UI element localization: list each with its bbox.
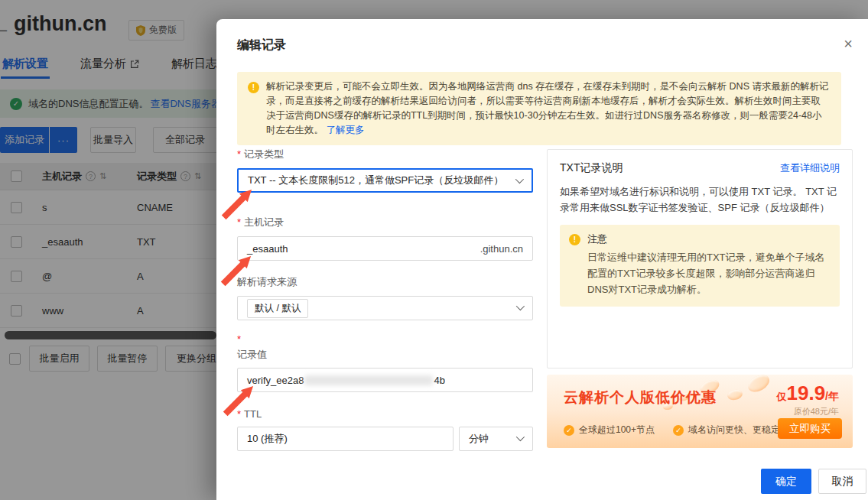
ttl-unit-select[interactable]: 分钟 bbox=[459, 427, 533, 451]
price-unit: /年 bbox=[825, 390, 839, 402]
annotation-arrow bbox=[219, 385, 255, 420]
host-record-input[interactable]: _esaauth .githun.cn bbox=[237, 236, 533, 261]
edit-record-modal: 编辑记录 × ! 解析记录变更后，可能不会立即生效。因为各地网络运营商 dns … bbox=[216, 19, 868, 500]
price-prefix: 仅 bbox=[777, 391, 787, 402]
chevron-down-icon bbox=[516, 433, 525, 441]
promo-banner[interactable]: 云解析个人版低价优惠 仅19.9/年 原价48元/年 ✓ 全球超过100+节点 … bbox=[547, 375, 853, 448]
check-circle-icon: ✓ bbox=[564, 425, 574, 436]
close-icon[interactable]: × bbox=[844, 36, 853, 51]
domain-suffix: .githun.cn bbox=[480, 243, 523, 255]
record-value-label: 记录值 bbox=[237, 349, 267, 360]
ttl-input[interactable]: 10 (推荐) bbox=[237, 427, 454, 451]
promo-feature: ✓ 全球超过100+节点 bbox=[564, 424, 655, 437]
annotation-arrow bbox=[218, 188, 253, 223]
price-amount: 19.9 bbox=[787, 381, 826, 404]
help-panel-title: TXT记录说明 bbox=[560, 161, 623, 175]
record-type-label: 记录类型 bbox=[244, 148, 284, 160]
coin-decoration bbox=[745, 375, 772, 395]
field-record-value: * 记录值 verify_ee2a8 4b bbox=[237, 333, 533, 392]
record-value-input[interactable]: verify_ee2a8 4b bbox=[237, 368, 533, 392]
screen: ← githun.cn 免费版 解析设置 流量分析 解析日志 ✓ 域名的DNS信… bbox=[0, 0, 868, 500]
record-type-select[interactable]: TXT -- 文本长度限制512，通常做SPF记录（反垃圾邮件） bbox=[237, 168, 533, 193]
cancel-button[interactable]: 取消 bbox=[818, 469, 866, 494]
check-circle-icon: ✓ bbox=[673, 425, 684, 436]
field-ttl: *TTL 10 (推荐) 分钟 bbox=[237, 408, 533, 454]
warning-icon: ! bbox=[569, 234, 580, 245]
host-record-value: _esaauth bbox=[247, 243, 288, 255]
promo-price: 仅19.9/年 bbox=[777, 381, 840, 405]
required-mark: * bbox=[237, 333, 241, 345]
confirm-button[interactable]: 确定 bbox=[761, 469, 811, 494]
help-note-box: ! 注意 日常运维中建议清理无用的TXT记录，避免单个子域名配置的TXT记录较多… bbox=[560, 225, 840, 307]
field-dns-line: 解析请求来源 默认 / 默认 bbox=[237, 275, 533, 320]
record-value-prefix: verify_ee2a8 bbox=[247, 375, 304, 386]
learn-more-link[interactable]: 了解更多 bbox=[326, 125, 364, 135]
note-text: 日常运维中建议清理无用的TXT记录，避免单个子域名配置的TXT记录较多长度超限，… bbox=[587, 249, 829, 297]
promo-title: 云解析个人版低价优惠 bbox=[564, 388, 717, 407]
ttl-unit-value: 分钟 bbox=[469, 432, 489, 446]
chevron-down-icon bbox=[515, 175, 524, 183]
record-type-value: TXT -- 文本长度限制512，通常做SPF记录（反垃圾邮件） bbox=[248, 174, 503, 187]
buy-now-button[interactable]: 立即购买 bbox=[778, 418, 842, 439]
field-host-record: *主机记录 _esaauth .githun.cn bbox=[237, 216, 533, 261]
promo-features: ✓ 全球超过100+节点 ✓ 域名访问更快、更稳定 bbox=[564, 424, 780, 437]
modal-title: 编辑记录 bbox=[237, 37, 286, 54]
original-price: 原价48元/年 bbox=[794, 406, 839, 417]
ttl-value: 10 (推荐) bbox=[247, 432, 288, 446]
coin-decoration bbox=[727, 388, 743, 401]
chevron-down-icon bbox=[516, 302, 525, 310]
promo-feature: ✓ 域名访问更快、更稳定 bbox=[673, 424, 780, 437]
annotation-arrow bbox=[217, 255, 252, 290]
dns-line-select[interactable]: 默认 / 默认 bbox=[237, 296, 533, 320]
dns-line-value-tag: 默认 / 默认 bbox=[247, 299, 308, 318]
view-details-link[interactable]: 查看详细说明 bbox=[780, 161, 840, 175]
feature-label: 域名访问更快、更稳定 bbox=[688, 424, 780, 437]
field-record-type: *记录类型 TXT -- 文本长度限制512，通常做SPF记录（反垃圾邮件） bbox=[237, 148, 533, 193]
required-mark: * bbox=[237, 148, 241, 160]
redacted-text bbox=[304, 375, 433, 385]
feature-label: 全球超过100+节点 bbox=[579, 424, 655, 437]
warning-icon: ! bbox=[248, 82, 259, 93]
txt-record-help-panel: TXT记录说明 查看详细说明 如果希望对域名进行标识和说明，可以使用 TXT 记… bbox=[547, 149, 853, 369]
propagation-warning-alert: ! 解析记录变更后，可能不会立即生效。因为各地网络运营商 dns 存在缓存，在缓… bbox=[237, 72, 841, 145]
record-value-suffix: 4b bbox=[434, 375, 444, 386]
note-title: 注意 bbox=[587, 232, 829, 246]
help-description: 如果希望对域名进行标识和说明，可以使用 TXT 记录。 TXT 记录常用来做SS… bbox=[560, 183, 840, 216]
